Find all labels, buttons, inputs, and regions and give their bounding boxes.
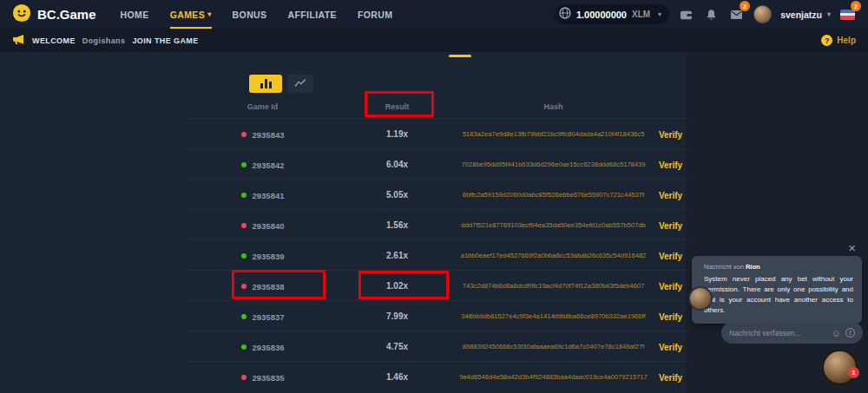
chat-close-icon[interactable]: ✕ xyxy=(848,243,856,254)
header-game-id: Game Id xyxy=(187,102,339,111)
game-id-value: 2935835 xyxy=(253,373,285,383)
mail-icon[interactable]: 2 xyxy=(728,6,745,23)
history-toolbar xyxy=(249,75,313,93)
result-value: 1.56x xyxy=(339,220,456,230)
table-row: 29358431.19x5183a2ea7e9d8e13fb79bbf21bc9… xyxy=(187,118,690,148)
trend-line-icon xyxy=(294,77,306,90)
alert-icon[interactable]: ! xyxy=(845,328,855,337)
verify-cell: Verify xyxy=(651,187,690,202)
welcome-text: WELCOME xyxy=(32,36,76,45)
result-value: 2.61x xyxy=(339,251,456,260)
navbar-right: 1.00000000 XLM ▾ 2 svenjatzu ▾ xyxy=(555,4,856,24)
main-menu: HOME GAMES▾ BONUS AFFILIATE FORUM xyxy=(121,0,393,29)
verify-link[interactable]: Verify xyxy=(659,252,682,261)
welcome-username: Dogishans xyxy=(82,36,126,45)
verify-cell: Verify xyxy=(651,126,690,141)
status-dot-icon xyxy=(241,344,247,350)
bell-icon[interactable] xyxy=(703,6,720,23)
game-id-cell: 2935840 xyxy=(187,217,339,233)
table-row: 29358381.02x743c2d874b6d8a8dcdf9fc19acf4… xyxy=(187,270,690,300)
help-link[interactable]: ? Help xyxy=(821,35,856,46)
game-id-value: 2935840 xyxy=(253,221,285,231)
bcgame-logo[interactable]: BC.Game xyxy=(12,3,96,25)
hash-value: 348bb9db61527e4c9f3e4a1414d9b8ba66ce8970… xyxy=(456,312,651,320)
game-id-cell: 2935841 xyxy=(187,187,339,202)
verify-link[interactable]: Verify xyxy=(659,130,682,140)
game-id-cell: 2935835 xyxy=(187,369,339,384)
my-bets-tab-button[interactable] xyxy=(249,75,282,93)
status-dot-icon xyxy=(241,193,247,198)
verify-cell: Verify xyxy=(651,278,690,293)
hash-value: ddd7f521e87769103ecf94ea35da50ee354efd1c… xyxy=(456,221,651,229)
nav-affiliate[interactable]: AFFILIATE xyxy=(288,0,337,29)
chevron-down-icon: ▾ xyxy=(207,10,211,18)
chat-text-input[interactable] xyxy=(729,329,827,337)
megaphone-icon xyxy=(12,33,25,49)
result-value: 6.04x xyxy=(339,160,456,169)
result-value: 5.05x xyxy=(339,190,456,200)
join-text: JOIN THE GAME xyxy=(132,36,198,45)
chevron-down-icon: ▾ xyxy=(827,10,831,18)
verify-cell: Verify xyxy=(651,338,690,354)
hash-value: 6bffc2a59159d2060d0abc85f526e6be676e5590… xyxy=(456,191,651,199)
chat-notification-badge: 2 xyxy=(851,1,861,11)
verify-link[interactable]: Verify xyxy=(659,312,682,322)
header-result: Result xyxy=(339,102,456,111)
verify-link[interactable]: Verify xyxy=(659,160,682,170)
game-id-value: 2935836 xyxy=(253,343,285,352)
language-flag-icon[interactable]: 2 xyxy=(839,6,856,23)
header-hash: Hash xyxy=(456,102,651,111)
table-row: 29358364.75x8988392450666c53f30afaaaea69… xyxy=(187,331,690,361)
balance-selector[interactable]: 1.00000000 XLM ▾ xyxy=(555,4,669,24)
game-id-value: 2935841 xyxy=(253,191,285,200)
trend-tab-button[interactable] xyxy=(287,75,313,93)
verify-link[interactable]: Verify xyxy=(659,221,682,231)
coin-face-icon xyxy=(12,3,31,25)
game-id-cell: 2935839 xyxy=(187,247,339,263)
chat-message-text: System never placed any bet without your… xyxy=(704,274,853,316)
nav-forum[interactable]: FORUM xyxy=(358,0,393,29)
status-dot-icon xyxy=(241,314,247,319)
bar-chart-icon xyxy=(260,79,272,88)
hash-value: 8988392450666c53f30afaaaea69c1d6a7c0407e… xyxy=(456,343,651,350)
table-header: Game Id Result Hash xyxy=(187,95,690,118)
verify-link[interactable]: Verify xyxy=(659,282,682,291)
table-row: 29358401.56xddd7f521e87769103ecf94ea35da… xyxy=(187,209,690,239)
wallet-icon[interactable] xyxy=(678,6,694,23)
emoji-icon[interactable]: ☺ xyxy=(832,328,841,338)
game-id-value: 2935839 xyxy=(253,252,285,261)
table-row: 29358392.61xa1bb0eaef17ed4527669f2a0bba8… xyxy=(187,239,690,270)
verify-link[interactable]: Verify xyxy=(659,191,682,200)
result-value: 7.99x xyxy=(339,311,456,321)
hash-value: 7028be95dd95f441b633d6d296e0ae15cc6238dd… xyxy=(456,160,651,168)
table-row: 29358351.46x9e4d6546d4e58a42d3b4f924883b… xyxy=(187,361,690,391)
verify-link[interactable]: Verify xyxy=(659,343,682,352)
status-dot-icon xyxy=(241,375,247,380)
user-avatar[interactable] xyxy=(753,5,772,23)
nav-bonus[interactable]: BONUS xyxy=(233,0,267,29)
status-dot-icon xyxy=(241,132,247,137)
help-icon: ? xyxy=(821,35,832,46)
game-history-table: Game Id Result Hash 29358431.19x5183a2ea… xyxy=(187,95,690,391)
game-id-value: 2935837 xyxy=(253,312,285,322)
balance-currency: XLM xyxy=(632,10,650,19)
status-dot-icon xyxy=(241,162,247,167)
nav-games[interactable]: GAMES▾ xyxy=(170,0,212,29)
nav-home[interactable]: HOME xyxy=(121,0,149,29)
game-id-value: 2935842 xyxy=(253,160,285,170)
table-row: 29358377.99x348bb9db61527e4c9f3e4a1414d9… xyxy=(187,300,690,331)
globe-coin-icon xyxy=(559,7,571,23)
top-navbar: BC.Game HOME GAMES▾ BONUS AFFILIATE FORU… xyxy=(0,0,868,29)
game-id-value: 2935838 xyxy=(253,282,285,291)
game-id-cell: 2935838 xyxy=(187,278,339,293)
chevron-down-icon: ▾ xyxy=(658,10,661,18)
verify-link[interactable]: Verify xyxy=(659,373,682,383)
verify-cell: Verify xyxy=(651,156,690,172)
status-dot-icon xyxy=(241,223,247,228)
game-id-cell: 2935843 xyxy=(187,126,339,141)
chat-avatar-button[interactable]: 1 xyxy=(822,350,858,385)
brand-name: BC.Game xyxy=(37,7,96,22)
user-menu[interactable]: svenjatzu ▾ xyxy=(780,10,831,20)
result-value: 4.75x xyxy=(339,342,456,351)
chat-message-header: Nachricht von Rion xyxy=(704,263,853,271)
